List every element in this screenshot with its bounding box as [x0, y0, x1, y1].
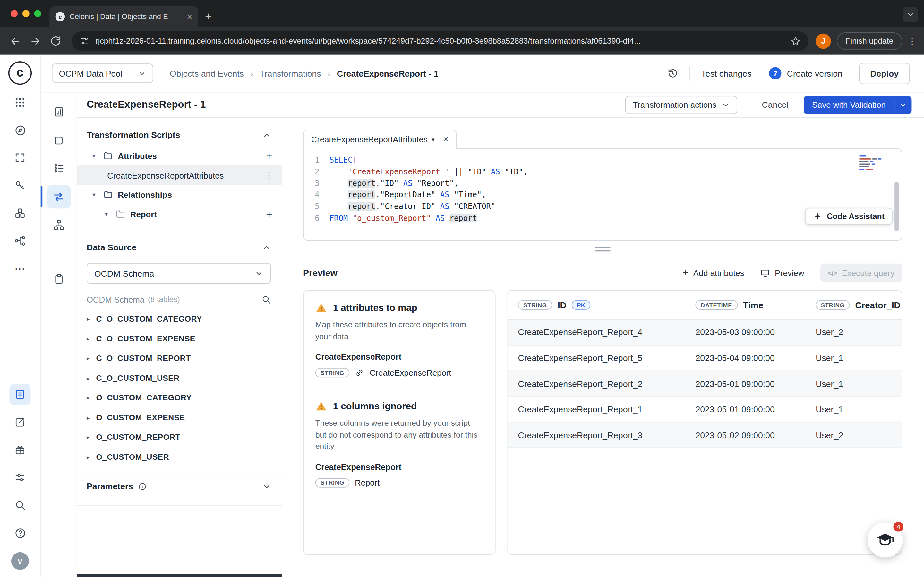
nav-objects[interactable]	[9, 203, 31, 224]
script-item-selected[interactable]: CreateExpenseReportAttributes ⋮	[78, 165, 282, 185]
nav-settings[interactable]	[9, 467, 31, 488]
create-version-button[interactable]: 7 Create version	[769, 67, 843, 79]
browser-tab[interactable]: c Celonis | Data | Objects and E ×	[49, 6, 198, 27]
folder-report[interactable]: ▾ Report +	[78, 204, 282, 224]
deploy-button[interactable]: Deploy	[859, 63, 910, 84]
caret-right-icon[interactable]: ▸	[87, 335, 89, 342]
finish-update-button[interactable]: Finish update	[837, 32, 902, 50]
nav-help[interactable]	[9, 522, 31, 543]
caret-right-icon[interactable]: ▸	[87, 395, 89, 401]
code-line[interactable]: 4 report."ReportDate" AS "Time",	[304, 189, 901, 201]
window-zoom-button[interactable]	[34, 10, 41, 17]
url-bar[interactable]: rjcphf1z-2026-01-11.training.celonis.clo…	[72, 31, 809, 51]
caret-right-icon[interactable]: ▸	[87, 414, 89, 421]
add-attributes-button[interactable]: + Add attributes	[683, 268, 744, 278]
nav-logs[interactable]	[47, 268, 70, 291]
nav-reports[interactable]	[47, 100, 70, 123]
breadcrumb-item[interactable]: Transformations	[260, 69, 321, 78]
reload-button[interactable]	[47, 33, 63, 49]
caret-right-icon[interactable]: ▸	[87, 355, 89, 362]
script-menu-icon[interactable]: ⋮	[265, 170, 274, 181]
nav-apps[interactable]	[9, 92, 31, 113]
scripts-section-header[interactable]: Transformation Scripts	[78, 126, 282, 143]
version-history-button[interactable]	[667, 68, 678, 79]
nav-admin[interactable]	[9, 175, 31, 196]
editor-tab-close-icon[interactable]: ×	[443, 135, 448, 144]
parameters-section[interactable]: Parameters	[78, 474, 282, 500]
chevron-up-icon[interactable]	[262, 243, 271, 252]
new-tab-button[interactable]: +	[205, 11, 211, 22]
nav-flows[interactable]	[9, 230, 31, 251]
caret-down-icon[interactable]: ▾	[105, 211, 111, 218]
preview-button[interactable]: Preview	[760, 268, 804, 278]
tab-search-button[interactable]	[903, 7, 918, 23]
table-row[interactable]: CreateExpenseReport_Report_42023-05-03 0…	[507, 319, 901, 345]
nav-store[interactable]	[9, 439, 31, 460]
caret-down-icon[interactable]: ▾	[92, 191, 98, 198]
schema-table-item[interactable]: ▸O_CUSTOM_CATEGORY	[78, 388, 282, 408]
editor-minimap[interactable]	[859, 155, 885, 171]
bookmark-star-icon[interactable]	[790, 35, 801, 46]
editor-scrollbar[interactable]	[895, 182, 899, 231]
sql-editor[interactable]: 1SELECT2 'CreateExpenseReport_' || "ID" …	[303, 148, 902, 241]
learning-bubble[interactable]: 4	[867, 522, 903, 558]
nav-docs[interactable]	[9, 384, 31, 405]
execute-query-button[interactable]: </> Execute query	[820, 264, 902, 282]
data-pool-selector[interactable]: OCPM Data Pool	[52, 63, 153, 83]
schema-table-item[interactable]: ▸O_CUSTOM_EXPENSE	[78, 408, 282, 428]
chevron-up-icon[interactable]	[262, 131, 271, 139]
breadcrumb-item[interactable]: CreateExpenseReport - 1	[337, 69, 439, 78]
transformation-actions-button[interactable]: Transformation actions	[625, 95, 737, 114]
nav-transformations[interactable]	[47, 185, 70, 208]
caret-right-icon[interactable]: ▸	[87, 316, 89, 322]
browser-menu-icon[interactable]: ⋮	[908, 35, 917, 47]
tab-close-icon[interactable]: ×	[187, 12, 192, 21]
data-source-header[interactable]: Data Source	[78, 239, 282, 256]
profile-avatar[interactable]: J	[816, 33, 831, 49]
celonis-logo[interactable]: c	[8, 61, 32, 85]
table-row[interactable]: CreateExpenseReport_Report_12023-05-01 0…	[507, 397, 901, 422]
nav-expand[interactable]	[9, 147, 31, 168]
breadcrumb-item[interactable]: Objects and Events	[170, 69, 244, 78]
save-options-button[interactable]	[895, 95, 911, 114]
schema-search-button[interactable]	[261, 294, 271, 304]
schema-selector[interactable]: OCDM Schema	[87, 263, 271, 284]
schema-table-item[interactable]: ▸C_O_CUSTOM_EXPENSE	[78, 329, 282, 349]
code-assistant-button[interactable]: Code Assistant	[805, 208, 893, 225]
attribute-row[interactable]: STRING CreateExpenseReport	[315, 368, 483, 377]
code-line[interactable]: 2 'CreateExpenseReport_' || "ID" AS "ID"…	[304, 166, 901, 177]
table-row[interactable]: CreateExpenseReport_Report_22023-05-01 0…	[507, 371, 901, 397]
nav-search[interactable]	[9, 495, 31, 516]
chevron-down-icon[interactable]	[262, 482, 271, 491]
nav-more[interactable]: ⋯	[9, 258, 31, 279]
caret-down-icon[interactable]: ▾	[92, 153, 98, 159]
cancel-button[interactable]: Cancel	[762, 100, 788, 109]
folder-attributes[interactable]: ▾ Attributes +	[78, 146, 282, 166]
nav-share[interactable]	[9, 412, 31, 433]
code-line[interactable]: 3 report."ID" AS "Report",	[304, 177, 901, 189]
panel-scrollbar[interactable]	[78, 574, 282, 577]
test-changes-button[interactable]: Test changes	[701, 69, 752, 78]
schema-table-item[interactable]: ▸C_O_CUSTOM_USER	[78, 368, 282, 388]
nav-discover[interactable]	[9, 119, 31, 141]
caret-right-icon[interactable]: ▸	[87, 434, 89, 440]
nav-process-list[interactable]	[47, 157, 70, 180]
resize-handle[interactable]	[595, 247, 610, 251]
save-with-validation-button[interactable]: Save with Validation	[804, 95, 894, 114]
window-close-button[interactable]	[11, 10, 18, 17]
table-row[interactable]: CreateExpenseReport_Report_32023-05-02 0…	[507, 422, 901, 448]
code-line[interactable]: 1SELECT	[304, 154, 901, 166]
nav-canvas[interactable]	[47, 128, 70, 152]
folder-relationships[interactable]: ▾ Relationships	[78, 185, 282, 205]
editor-tab[interactable]: CreateExpenseReportAttributes • ×	[303, 129, 457, 149]
back-button[interactable]	[7, 33, 23, 49]
schema-table-item[interactable]: ▸O_CUSTOM_USER	[78, 447, 282, 467]
forward-button[interactable]	[27, 33, 43, 49]
schema-table-item[interactable]: ▸C_O_CUSTOM_REPORT	[78, 348, 282, 368]
schema-table-item[interactable]: ▸O_CUSTOM_REPORT	[78, 427, 282, 447]
add-script-button[interactable]: +	[266, 150, 272, 161]
window-minimize-button[interactable]	[23, 10, 29, 17]
nav-hierarchy[interactable]	[47, 213, 70, 237]
table-row[interactable]: CreateExpenseReport_Report_52023-05-04 0…	[507, 346, 901, 371]
add-relationship-button[interactable]: +	[266, 209, 272, 219]
